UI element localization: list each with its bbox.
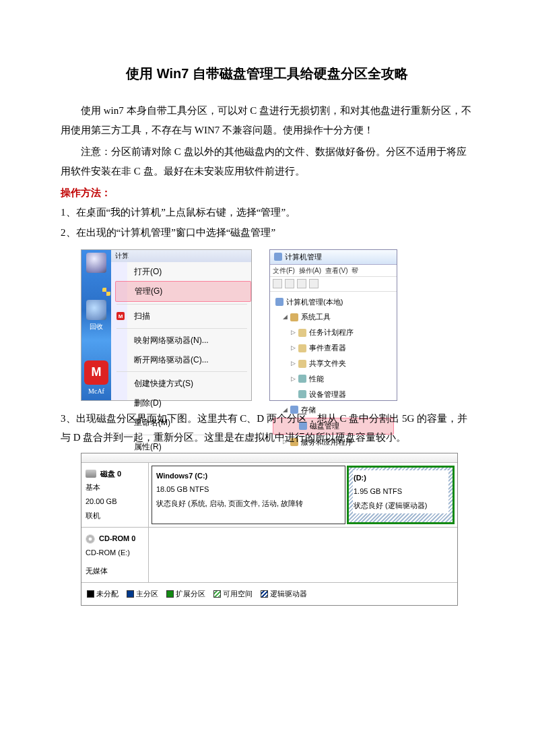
intro-paragraph-2: 注意：分区前请对除 C 盘以外的其他磁盘内的文件、数据做好备份。分区不适用于将应… bbox=[61, 142, 473, 181]
disk-management-screenshot: 磁盘 0 基本 20.00 GB 联机 Windows7 (C:) 18.05 … bbox=[81, 453, 458, 606]
mgmt-app-icon bbox=[274, 253, 282, 261]
step-3: 3、出现磁盘分区界面如下图。这里共有 C、D 两个分区，想从 C 盘中分割出 5… bbox=[61, 409, 473, 447]
page-title: 使用 Win7 自带磁盘管理工具给硬盘分区全攻略 bbox=[61, 61, 473, 86]
shield-icon bbox=[102, 288, 110, 296]
mgmt-titlebar: 计算机管理 bbox=[270, 250, 397, 265]
tree-performance[interactable]: ▷性能 bbox=[273, 371, 394, 387]
partition-legend: 未分配 主分区 扩展分区 可用空间 逻辑驱动器 bbox=[81, 583, 457, 605]
step-2: 2、在出现的“计算机管理”窗口中选择“磁盘管理” bbox=[61, 223, 473, 243]
recycle-bin-icon bbox=[86, 300, 106, 320]
mgmt-toolbar[interactable] bbox=[270, 277, 397, 292]
tree-system-tools[interactable]: ◢系统工具 bbox=[273, 309, 394, 325]
method-label: 操作方法： bbox=[61, 183, 473, 203]
hdd-icon bbox=[86, 470, 96, 478]
ctx-shortcut[interactable]: 创建快捷方式(S) bbox=[130, 374, 251, 393]
step-1: 1、在桌面“我的计算机”上点鼠标右键，选择“管理”。 bbox=[61, 203, 473, 222]
partition-c[interactable]: Windows7 (C:) 18.05 GB NTFS 状态良好 (系统, 启动… bbox=[152, 466, 345, 525]
partition-d[interactable]: (D:) 1.95 GB NTFS 状态良好 (逻辑驱动器) bbox=[347, 466, 455, 525]
tree-device-manager[interactable]: 设备管理器 bbox=[273, 387, 394, 402]
mcafee-scan-icon: M bbox=[116, 312, 125, 320]
toolbar-refresh-icon[interactable] bbox=[297, 279, 306, 288]
ctx-header-label: 计算 bbox=[115, 249, 129, 262]
cdrom-icon bbox=[86, 534, 95, 544]
recycle-bin-label: 回收 bbox=[86, 320, 106, 333]
ctx-delete[interactable]: 删除(D) bbox=[130, 393, 251, 413]
toolbar-back-icon[interactable] bbox=[273, 279, 282, 288]
ctx-properties[interactable]: 属性(R) bbox=[130, 437, 251, 457]
ctx-map-network[interactable]: 映射网络驱动器(N)... bbox=[130, 331, 251, 350]
mgmt-title-text: 计算机管理 bbox=[285, 250, 322, 264]
cdrom-info: CD-ROM 0 CD-ROM (E:) 无媒体 bbox=[81, 528, 149, 582]
tree-root[interactable]: 计算机管理(本地) bbox=[273, 294, 394, 310]
mgmt-menubar[interactable]: 文件(F) 操作(A) 查看(V) 帮 bbox=[270, 265, 397, 277]
ctx-disconnect-network[interactable]: 断开网络驱动器(C)... bbox=[130, 350, 251, 370]
ctx-scan[interactable]: M扫描 bbox=[130, 307, 251, 326]
ctx-manage[interactable]: 管理(G) bbox=[115, 281, 251, 302]
disk0-info: 磁盘 0 基本 20.00 GB 联机 bbox=[81, 463, 149, 528]
ctx-rename[interactable]: 重命名(M) bbox=[130, 413, 251, 433]
intro-paragraph-1: 使用 win7 本身自带工具分区，可以对 C 盘进行无损切割，和对其他盘进行重新… bbox=[61, 101, 473, 139]
toolbar-forward-icon[interactable] bbox=[285, 279, 294, 288]
ctx-open[interactable]: 打开(O) bbox=[130, 262, 251, 282]
computer-management-screenshot: 计算机管理 文件(F) 操作(A) 查看(V) 帮 计算机管理(本地) ◢系统工… bbox=[269, 249, 397, 401]
mcafee-icon: M bbox=[84, 360, 108, 385]
tree-shared-folders[interactable]: ▷共享文件夹 bbox=[273, 356, 394, 371]
mcafee-label: McAf bbox=[84, 385, 108, 398]
computer-icon bbox=[86, 253, 106, 273]
context-menu-screenshot: 回收 M McAf 计算 打开(O) 管理(G) M扫描 映射网络驱动器(N).… bbox=[81, 249, 252, 401]
tree-task-scheduler[interactable]: ▷任务计划程序 bbox=[273, 325, 394, 340]
toolbar-help-icon[interactable] bbox=[309, 279, 319, 288]
tree-event-viewer[interactable]: ▷事件查看器 bbox=[273, 340, 394, 356]
